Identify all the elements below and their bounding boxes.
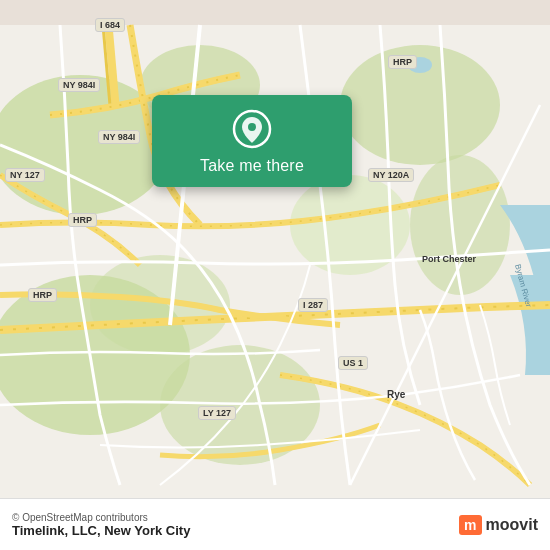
road-label-hrp-2: HRP bbox=[68, 213, 97, 227]
bottom-bar: © OpenStreetMap contributors Timelink, L… bbox=[0, 498, 550, 550]
map-container: Byram River I 684 NY 984I NY 984I NY 127… bbox=[0, 0, 550, 550]
road-label-i684: I 684 bbox=[95, 18, 125, 32]
moovit-logo: m moovit bbox=[459, 515, 538, 535]
take-me-there-card[interactable]: Take me there bbox=[152, 95, 352, 187]
moovit-text: moovit bbox=[486, 516, 538, 534]
road-label-i287: I 287 bbox=[298, 298, 328, 312]
bottom-left-info: © OpenStreetMap contributors Timelink, L… bbox=[12, 512, 190, 538]
road-label-ly127: LY 127 bbox=[198, 406, 236, 420]
road-label-hrp-1: HRP bbox=[388, 55, 417, 69]
take-me-there-label: Take me there bbox=[200, 157, 304, 175]
road-label-ny984i-1: NY 984I bbox=[58, 78, 100, 92]
svg-point-14 bbox=[248, 123, 256, 131]
moovit-m-icon: m bbox=[459, 515, 481, 535]
road-label-rye: Rye bbox=[383, 388, 409, 401]
road-label-us1: US 1 bbox=[338, 356, 368, 370]
road-label-hrp-3: HRP bbox=[28, 288, 57, 302]
location-pin-icon bbox=[232, 109, 272, 149]
osm-attribution: © OpenStreetMap contributors bbox=[12, 512, 190, 523]
svg-point-7 bbox=[410, 155, 510, 295]
road-label-port-chester: Port Chester bbox=[418, 253, 480, 265]
road-label-ny127: NY 127 bbox=[5, 168, 45, 182]
road-label-ny984i-2: NY 984I bbox=[98, 130, 140, 144]
location-name: Timelink, LLC, New York City bbox=[12, 523, 190, 538]
road-label-ny120a: NY 120A bbox=[368, 168, 414, 182]
